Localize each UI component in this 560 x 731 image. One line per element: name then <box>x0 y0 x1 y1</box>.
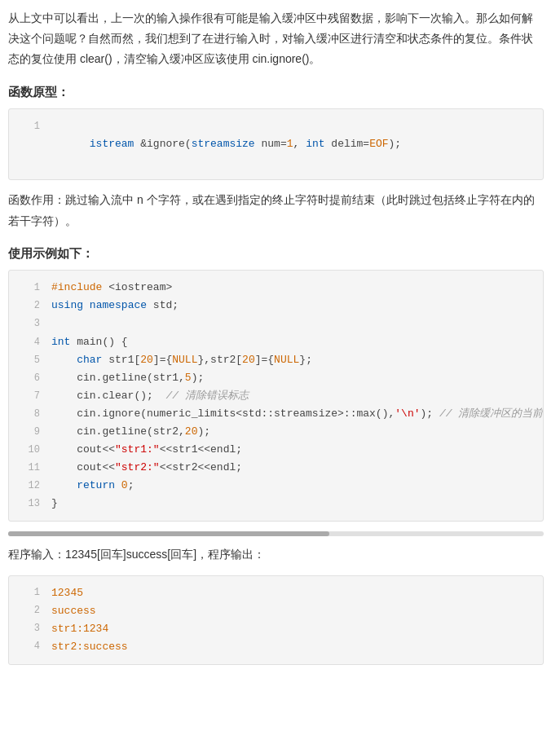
code-line-8: 8 cin.ignore(numeric_limits<std::streams… <box>20 405 531 423</box>
line-num-7: 7 <box>20 387 40 404</box>
result-text: 程序输入：12345[回车]success[回车]，程序输出： <box>8 544 544 565</box>
code-line-6: 6 cin.getline(str1,5); <box>20 369 531 387</box>
line-num-4: 4 <box>20 333 40 350</box>
func-desc: 函数作用：跳过输入流中 n 个字符，或在遇到指定的终止字符时提前结束（此时跳过包… <box>8 190 544 231</box>
line-content-13: } <box>51 495 58 513</box>
line-num-6: 6 <box>20 369 40 386</box>
code-line-7: 7 cin.clear(); // 清除错误标志 <box>20 387 531 405</box>
line-num-13: 13 <box>20 495 40 512</box>
line-content-7: cin.clear(); // 清除错误标志 <box>51 387 249 405</box>
code-line-13: 13 } <box>20 495 531 513</box>
prototype-title: 函数原型： <box>8 81 544 103</box>
line-content-4: int main() { <box>51 333 128 351</box>
code-line-4: 4 int main() { <box>20 333 531 351</box>
out-content-4: str2:success <box>51 638 128 656</box>
output-line-3: 3 str1:1234 <box>20 620 531 638</box>
output-line-1: 1 12345 <box>20 584 531 602</box>
line-content-1: #include <iostream> <box>51 279 172 297</box>
line-content-5: char str1[20]={NULL},str2[20]={NULL}; <box>51 351 312 369</box>
proto-code-content: istream &ignore(streamsize num=1, int de… <box>51 117 401 171</box>
line-num-10: 10 <box>20 441 40 458</box>
example-code-box[interactable]: 1 #include <iostream> 2 using namespace … <box>8 270 544 522</box>
line-num-5: 5 <box>20 351 40 368</box>
line-content-6: cin.getline(str1,5); <box>51 369 204 387</box>
proto-line-num: 1 <box>20 117 40 134</box>
line-content-2: using namespace std; <box>51 297 179 315</box>
out-num-1: 1 <box>20 584 40 601</box>
output-box: 1 12345 2 success 3 str1:1234 4 str2:suc… <box>8 575 544 665</box>
out-content-3: str1:1234 <box>51 620 108 638</box>
out-num-4: 4 <box>20 638 40 654</box>
line-num-9: 9 <box>20 423 40 440</box>
line-num-1: 1 <box>20 279 40 296</box>
code-line-3: 3 <box>20 315 531 332</box>
line-content-12: return 0; <box>51 477 134 495</box>
code-line-11: 11 cout<<"str2:"<<str2<<endl; <box>20 459 531 477</box>
line-num-12: 12 <box>20 477 40 494</box>
example-title: 使用示例如下： <box>8 243 544 264</box>
line-content-9: cin.getline(str2,20); <box>51 423 210 441</box>
output-line-4: 4 str2:success <box>20 638 531 656</box>
line-num-3: 3 <box>20 315 40 332</box>
code-line-5: 5 char str1[20]={NULL},str2[20]={NULL}; <box>20 351 531 369</box>
out-content-1: 12345 <box>51 584 83 602</box>
line-num-2: 2 <box>20 297 40 314</box>
scrollbar-thumb[interactable] <box>8 531 329 536</box>
output-line-2: 2 success <box>20 602 531 620</box>
line-content-10: cout<<"str1:"<<str1<<endl; <box>51 441 242 459</box>
code-line-1: 1 #include <iostream> <box>20 279 531 297</box>
code-line-10: 10 cout<<"str1:"<<str1<<endl; <box>20 441 531 459</box>
line-num-11: 11 <box>20 459 40 476</box>
code-line-12: 12 return 0; <box>20 477 531 495</box>
out-num-3: 3 <box>20 620 40 636</box>
line-num-8: 8 <box>20 405 40 422</box>
out-content-2: success <box>51 602 96 620</box>
code-line-9: 9 cin.getline(str2,20); <box>20 423 531 441</box>
intro-paragraph: 从上文中可以看出，上一次的输入操作很有可能是输入缓冲区中残留数据，影响下一次输入… <box>8 8 544 70</box>
line-content-11: cout<<"str2:"<<str2<<endl; <box>51 459 242 477</box>
scrollbar[interactable] <box>8 531 544 536</box>
out-num-2: 2 <box>20 602 40 619</box>
line-content-3 <box>51 315 58 332</box>
prototype-code-box: 1 istream &ignore(streamsize num=1, int … <box>8 108 544 180</box>
line-content-8: cin.ignore(numeric_limits<std::streamsiz… <box>51 405 543 423</box>
proto-code-line: 1 istream &ignore(streamsize num=1, int … <box>20 117 531 171</box>
code-line-2: 2 using namespace std; <box>20 297 531 315</box>
